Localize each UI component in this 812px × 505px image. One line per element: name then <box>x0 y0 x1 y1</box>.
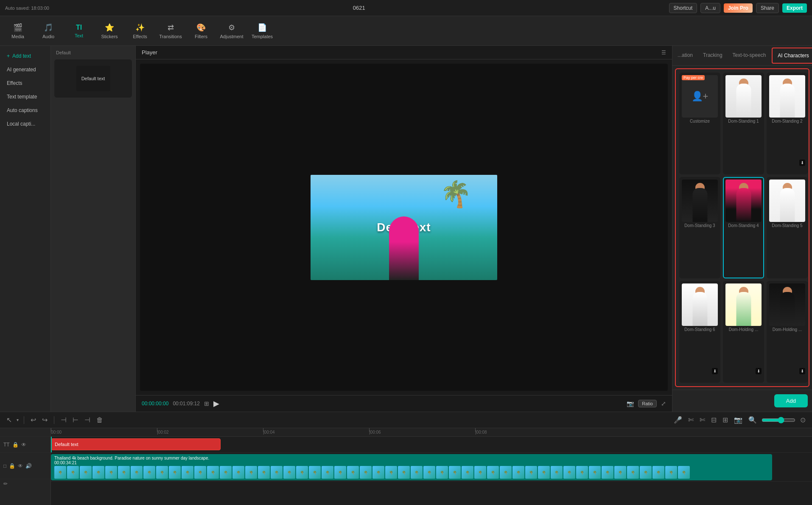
add-character-button[interactable]: Add <box>774 394 808 407</box>
video-track-volume-icon[interactable]: 🔊 <box>25 463 32 469</box>
ratio-button[interactable]: Ratio <box>638 400 657 407</box>
tab-animation[interactable]: ...ation <box>672 48 698 63</box>
char-card-dom-standing-4[interactable]: Dom-Standing 4 <box>723 177 764 279</box>
thumb-43: 🌴 <box>589 466 601 479</box>
toolbar-text-label: Text <box>75 33 83 38</box>
split-tool[interactable]: ⊢ <box>71 415 80 425</box>
fit-tool[interactable]: ⊙ <box>799 415 807 425</box>
shortcut-button[interactable]: Shortcut <box>669 3 697 13</box>
default-text-card[interactable]: Default text <box>54 59 132 98</box>
cursor-tool[interactable]: ↖ <box>5 415 13 425</box>
char-card-dom-standing-3[interactable]: Dom-Standing 3 <box>679 177 720 279</box>
cursor-dropdown[interactable]: ▾ <box>17 418 19 422</box>
toolbar-adjustment[interactable]: ⚙ Adjustment <box>217 18 246 44</box>
delete-tool[interactable]: 🗑 <box>95 415 104 425</box>
tab-tracking[interactable]: Tracking <box>698 48 728 63</box>
sidebar-item-local-captions[interactable]: Local capti... <box>2 118 49 130</box>
sidebar-item-add-text[interactable]: + Add text <box>2 50 49 62</box>
char-dom-standing-4-label: Dom-Standing 4 <box>728 223 759 228</box>
joinpro-button[interactable]: Join Pro <box>724 3 753 13</box>
figure-body <box>692 292 707 326</box>
play-button[interactable]: ▶ <box>213 399 219 408</box>
toolbar-templates[interactable]: 📄 Templates <box>248 18 277 44</box>
mic-tool[interactable]: 🎤 <box>672 415 683 425</box>
sidebar-item-effects[interactable]: Effects <box>2 77 49 90</box>
text-track-lock-icon[interactable]: 🔒 <box>12 442 19 448</box>
player-video: 🌴 Defa text <box>140 64 668 391</box>
thumb-36: 🌴 <box>500 466 512 479</box>
text-clip-default[interactable]: Default text <box>51 438 221 450</box>
audio-icon: 🎵 <box>44 23 53 32</box>
main-area: + Add text AI generated Effects Text tem… <box>0 46 812 412</box>
toolbar-effects[interactable]: ✨ Effects <box>126 18 154 44</box>
tab-tts[interactable]: Text-to-speech <box>728 48 771 63</box>
cut-tool-1[interactable]: ✄ <box>687 415 695 425</box>
sidebar-item-auto-captions[interactable]: Auto captions <box>2 104 49 117</box>
toolbar-text[interactable]: TI Text <box>64 18 93 44</box>
char-card-dom-holding-1[interactable]: ⬇ Dom-Holding ... <box>723 281 764 383</box>
person-silhouette <box>389 216 419 280</box>
split-right-tool[interactable]: ⊣ <box>83 415 92 425</box>
thumb-45: 🌴 <box>614 466 626 479</box>
pen-icon[interactable]: ✏ <box>3 481 8 487</box>
timeline-ruler: 00:00 |00:02 |00:04 |00:06 |00:08 <box>51 428 812 437</box>
figure-body <box>780 188 795 222</box>
right-tabs: ...ation Tracking Text-to-speech AI Char… <box>672 46 812 66</box>
user-button[interactable]: A...u <box>700 3 720 13</box>
char-card-dom-standing-6[interactable]: ⬇ Dom-Standing 6 <box>679 281 720 383</box>
separator-2 <box>54 416 54 424</box>
char-dom-standing-1-label: Dom-Standing 1 <box>728 119 759 123</box>
thumb-26: 🌴 <box>372 466 384 479</box>
snapshot-tool[interactable]: 📷 <box>733 415 744 425</box>
char-figure-9 <box>769 283 805 326</box>
toolbar-media[interactable]: 🎬 Media <box>3 18 32 44</box>
char-card-dom-holding-2[interactable]: ⬇ Dom-Holding ... <box>767 281 808 383</box>
zoom-out-tool[interactable]: 🔍 <box>747 415 758 425</box>
timeline-tracks-label: TT 🔒 👁 □ 🔒 👁 🔊 ✏ <box>0 428 51 505</box>
sidebar-item-ai-generated[interactable]: AI generated <box>2 63 49 76</box>
separator-1 <box>24 416 24 424</box>
split-left-tool[interactable]: ⊣ <box>59 415 68 425</box>
thumb-21: 🌴 <box>309 466 321 479</box>
toolbar-stickers[interactable]: ⭐ Stickers <box>95 18 124 44</box>
sidebar-item-text-template[interactable]: Text template <box>2 90 49 103</box>
thumb-6: 🌴 <box>118 466 130 479</box>
zoom-slider[interactable] <box>762 417 795 424</box>
thumb-35: 🌴 <box>487 466 499 479</box>
thumb-10: 🌴 <box>169 466 181 479</box>
char-card-dom-standing-2[interactable]: ⬇ Dom-Standing 2 <box>767 73 808 174</box>
toolbar-audio[interactable]: 🎵 Audio <box>34 18 63 44</box>
thumb-9: 🌴 <box>156 466 168 479</box>
thumb-30: 🌴 <box>423 466 435 479</box>
text-clip-label: Default text <box>55 442 78 447</box>
tab-ai-characters[interactable]: AI Characters <box>772 48 812 64</box>
split-v-tool[interactable]: ⊞ <box>721 415 729 425</box>
adjustment-icon: ⚙ <box>228 23 235 32</box>
grid-icon[interactable]: ⊞ <box>204 400 209 407</box>
screenshot-icon[interactable]: 📷 <box>627 400 634 407</box>
char-card-customize[interactable]: Pay per cre 👤+ Customize <box>679 73 720 174</box>
char-card-dom-standing-5[interactable]: Dom-Standing 5 <box>767 177 808 279</box>
toolbar-transitions[interactable]: ⇄ Transitions <box>156 18 185 44</box>
share-button[interactable]: Share <box>756 3 779 13</box>
text-track-eye-icon[interactable]: 👁 <box>21 442 26 448</box>
timeline-content[interactable]: 00:00 |00:02 |00:04 |00:06 |00:08 Defaul… <box>51 428 812 505</box>
export-button[interactable]: Export <box>782 3 807 13</box>
toolbar-adjustment-label: Adjustment <box>220 34 243 39</box>
thumb-19: 🌴 <box>283 466 295 479</box>
cut-tool-2[interactable]: ✄ <box>698 415 706 425</box>
text-track-label: TT 🔒 👁 <box>0 437 50 453</box>
thumb-11: 🌴 <box>182 466 193 479</box>
text-panel-section-title: Default <box>54 49 132 56</box>
timeline: ↖ ▾ ↩ ↪ ⊣ ⊢ ⊣ 🗑 🎤 ✄ ✄ ⊟ ⊞ 📷 🔍 ⊙ TT 🔒 <box>0 412 812 505</box>
fullscreen-icon[interactable]: ⤢ <box>661 400 666 407</box>
video-clip[interactable]: Thailand 4k beach background. Paradise n… <box>51 454 772 480</box>
video-track-lock-icon[interactable]: 🔒 <box>9 463 15 469</box>
merge-tool[interactable]: ⊟ <box>710 415 718 425</box>
player-menu-icon[interactable]: ☰ <box>661 50 666 56</box>
toolbar-filters[interactable]: 🎨 Filters <box>187 18 216 44</box>
video-track-eye-icon[interactable]: 👁 <box>18 463 23 469</box>
redo-tool[interactable]: ↪ <box>41 415 49 425</box>
undo-tool[interactable]: ↩ <box>29 415 37 425</box>
char-card-dom-standing-1[interactable]: Dom-Standing 1 <box>723 73 764 174</box>
